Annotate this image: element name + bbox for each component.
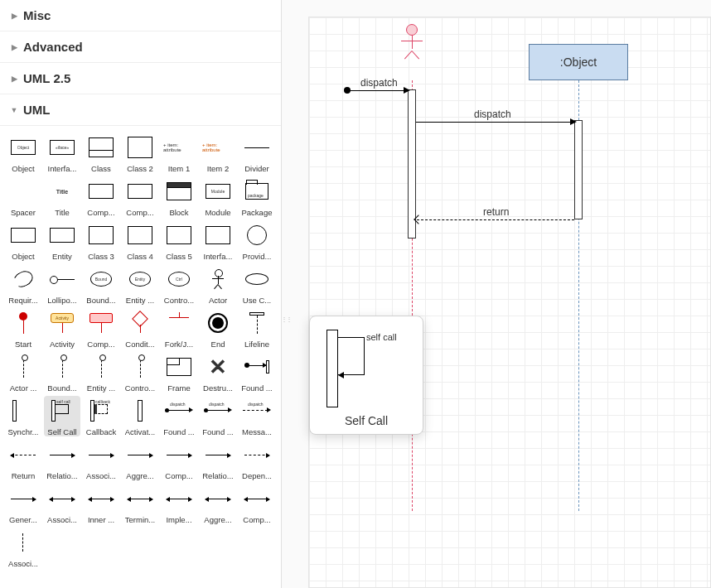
shape-condition[interactable]: Condit... [122,308,158,349]
shape-item2[interactable]: + item: attributeItem 2 [200,133,236,173]
shape-entityobj[interactable]: EntityEntity ... [122,264,158,305]
shape-association2[interactable]: Associ... [44,484,80,524]
shape-found2[interactable]: dispatchFound ... [161,396,197,436]
shape-divider[interactable]: Divider [239,133,275,173]
section-uml[interactable]: ▼ UML [0,94,281,126]
shape-component2[interactable]: Comp... [122,176,158,217]
shape-tooltip: self call Self Call [309,316,423,435]
shape-provided[interactable]: Provid... [239,220,275,261]
shape-activity[interactable]: ActivityActivity [44,308,80,349]
shape-class5[interactable]: Class 5 [161,220,197,261]
shape-boundary-lifeline[interactable]: Bound... [44,352,80,393]
activation-bar-actor[interactable] [408,89,416,239]
shape-terminate[interactable]: Termin... [122,484,158,524]
shape-spacer[interactable]: Spacer [5,176,41,217]
shape-interface2[interactable]: Interfa... [200,220,236,261]
shape-generalization[interactable]: Gener... [5,484,41,524]
activation-bar-object[interactable] [574,120,583,219]
actor-icon[interactable] [400,24,423,60]
shape-synchronous[interactable]: Synchr... [5,396,41,436]
shape-class2[interactable]: Class 2 [122,133,158,173]
destruction-icon: ✕ [209,356,227,378]
shape-boundary[interactable]: BoundBound... [83,264,119,305]
shape-implementation[interactable]: Imple... [161,484,197,524]
section-misc-label: Misc [23,8,51,22]
shape-block[interactable]: Block [161,176,197,217]
section-uml25-label: UML 2.5 [23,71,70,85]
shape-required[interactable]: Requir... [5,264,41,305]
shape-entity-lifeline[interactable]: Entity ... [83,352,119,393]
shape-module[interactable]: ModuleModule [200,176,236,217]
shape-package[interactable]: packagePackage [239,176,275,217]
section-uml-label: UML [23,103,51,117]
shape-object2[interactable]: Object [5,220,41,261]
shape-end[interactable]: End [200,308,236,349]
shape-actor-lifeline[interactable]: Actor ... [5,352,41,393]
shape-composition[interactable]: Comp... [161,440,197,480]
shape-title[interactable]: TitleTitle [44,176,80,217]
shape-lollipop[interactable]: Lollipo... [44,264,80,305]
shape-association3[interactable]: Associ... [5,528,41,568]
shape-relation[interactable]: Relatio... [44,440,80,480]
shape-sidebar: ▶ Misc ▶ Advanced ▶ UML 2.5 ▼ UML Object… [0,0,282,588]
section-advanced-label: Advanced [23,40,83,54]
shape-composition2[interactable]: Comp... [239,484,275,524]
shape-item1[interactable]: + item: attributeItem 1 [161,133,197,173]
message-return-label: return [483,206,509,218]
section-uml25[interactable]: ▶ UML 2.5 [0,63,281,94]
shape-callback[interactable]: callbackCallback [83,396,119,436]
tooltip-preview: self call [317,325,416,407]
sidebar-splitter[interactable] [282,306,290,331]
shape-control-lifeline[interactable]: Contro... [122,352,158,393]
shape-forkjoin[interactable]: Fork/J... [161,308,197,349]
message-dispatch1-label: dispatch [360,77,398,89]
caret-right-icon: ▶ [10,75,18,83]
shape-association[interactable]: Associ... [83,440,119,480]
shape-message[interactable]: dispatchMessa... [239,396,275,436]
shape-class3[interactable]: Class 3 [83,220,119,261]
shape-object[interactable]: ObjectObject [5,133,41,173]
shape-class4[interactable]: Class 4 [122,220,158,261]
shape-relation2[interactable]: Relatio... [200,440,236,480]
section-advanced[interactable]: ▶ Advanced [0,31,281,63]
shape-control[interactable]: CtrlContro... [161,264,197,305]
caret-right-icon: ▶ [10,43,18,51]
shape-lifeline[interactable]: Lifeline [239,308,275,349]
object-box[interactable]: :Object [529,44,628,80]
shape-destruction[interactable]: ✕Destru... [200,352,236,393]
shape-aggregation2[interactable]: Aggre... [200,484,236,524]
message-dispatch2-label: dispatch [474,108,511,120]
shape-found[interactable]: Found ... [239,352,275,393]
shape-activation[interactable]: Activat... [122,396,158,436]
shape-component[interactable]: Comp... [83,176,119,217]
shape-interface[interactable]: «iface»Interfa... [44,133,80,173]
shape-entity[interactable]: Entity [44,220,80,261]
canvas-area: :Object dispatch dispatch return [282,0,711,588]
shape-composite[interactable]: Comp... [83,308,119,349]
object-label: :Object [560,55,597,69]
caret-right-icon: ▶ [10,12,18,20]
shape-found3[interactable]: dispatchFound ... [200,396,236,436]
shape-usecase[interactable]: Use C... [239,264,275,305]
shape-class[interactable]: Class [83,133,119,173]
section-misc[interactable]: ▶ Misc [0,0,281,31]
shape-dependency[interactable]: Depen... [239,440,275,480]
diagram-canvas[interactable]: :Object dispatch dispatch return [308,17,711,588]
shape-frame[interactable]: Frame [161,352,197,393]
shape-inner[interactable]: Inner ... [83,484,119,524]
tooltip-preview-label: self call [366,332,397,342]
shape-actor[interactable]: Actor [200,264,236,305]
shape-start[interactable]: Start [5,308,41,349]
caret-down-icon: ▼ [10,106,18,114]
tooltip-caption: Self Call [317,414,416,427]
shape-grid: ObjectObject «iface»Interfa... Class Cla… [0,126,281,585]
shape-aggregation[interactable]: Aggre... [122,440,158,480]
shape-return[interactable]: Return [5,440,41,480]
shape-self-call[interactable]: self callSelf Call [44,396,80,436]
